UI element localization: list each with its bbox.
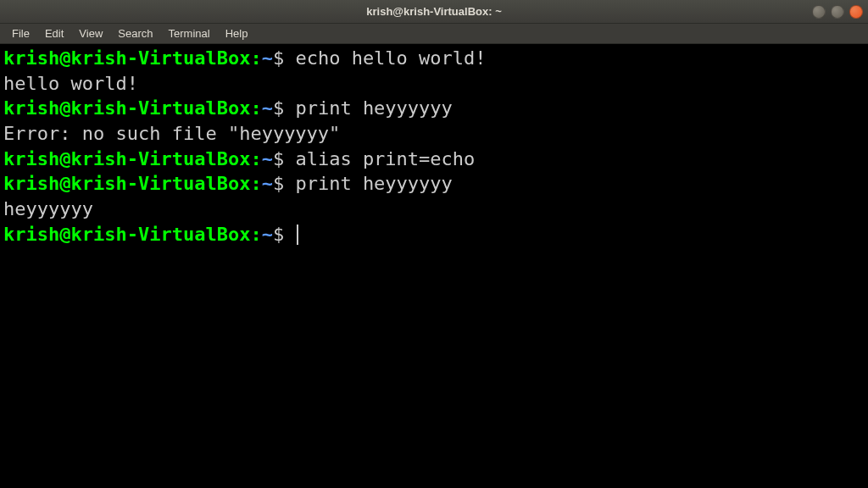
terminal-body[interactable]: krish@krish-VirtualBox:~$ echo hello wor… [0, 44, 868, 488]
prompt-user-host: krish@krish-VirtualBox [3, 148, 250, 169]
prompt-sigil: $ [273, 47, 296, 69]
prompt-sigil: $ [273, 97, 296, 119]
minimize-icon[interactable] [812, 5, 826, 19]
prompt-sigil: $ [273, 148, 296, 169]
menu-help[interactable]: Help [219, 25, 255, 42]
menu-search[interactable]: Search [111, 25, 159, 42]
prompt-user-host: krish@krish-VirtualBox [3, 97, 250, 119]
titlebar[interactable]: krish@krish-VirtualBox: ~ [0, 0, 868, 24]
menu-file[interactable]: File [5, 25, 36, 42]
command-text: echo hello world! [295, 47, 486, 69]
output-line: Error: no such file "heyyyyyy" [3, 121, 865, 147]
prompt-sigil: $ [273, 224, 296, 245]
menu-view[interactable]: View [72, 25, 109, 42]
prompt-path: ~ [262, 224, 273, 245]
window-title: krish@krish-VirtualBox: ~ [366, 5, 501, 18]
output-text: hello world! [3, 73, 138, 94]
terminal-window: krish@krish-VirtualBox: ~ File Edit View… [0, 0, 868, 488]
cursor-icon [297, 225, 298, 245]
window-controls [812, 5, 863, 19]
prompt-sigil: $ [273, 173, 296, 194]
prompt-separator: : [250, 97, 261, 119]
prompt-line: krish@krish-VirtualBox:~$ print heyyyyyy [3, 171, 865, 197]
prompt-line: krish@krish-VirtualBox:~$ alias print=ec… [3, 147, 865, 172]
prompt-line: krish@krish-VirtualBox:~$ [3, 222, 865, 247]
maximize-icon[interactable] [831, 5, 844, 19]
menubar: File Edit View Search Terminal Help [0, 24, 868, 44]
prompt-separator: : [250, 47, 261, 69]
prompt-path: ~ [262, 173, 273, 194]
output-line: heyyyyyy [3, 197, 865, 222]
menu-edit[interactable]: Edit [38, 25, 70, 42]
prompt-path: ~ [262, 97, 273, 119]
prompt-path: ~ [262, 148, 273, 169]
close-icon[interactable] [849, 5, 863, 19]
command-text: print heyyyyyy [295, 97, 452, 119]
prompt-user-host: krish@krish-VirtualBox [3, 47, 250, 69]
prompt-user-host: krish@krish-VirtualBox [3, 173, 250, 194]
menu-terminal[interactable]: Terminal [162, 25, 217, 42]
output-text: Error: no such file "heyyyyyy" [3, 123, 340, 144]
prompt-user-host: krish@krish-VirtualBox [3, 224, 250, 245]
prompt-path: ~ [262, 47, 273, 69]
command-text: print heyyyyyy [295, 173, 452, 194]
prompt-line: krish@krish-VirtualBox:~$ print heyyyyyy [3, 96, 865, 121]
command-text: alias print=echo [295, 148, 475, 169]
output-line: hello world! [3, 71, 865, 97]
output-text: heyyyyyy [3, 198, 93, 219]
prompt-line: krish@krish-VirtualBox:~$ echo hello wor… [3, 46, 865, 71]
prompt-separator: : [250, 173, 261, 194]
prompt-separator: : [250, 148, 261, 169]
prompt-separator: : [250, 224, 261, 245]
